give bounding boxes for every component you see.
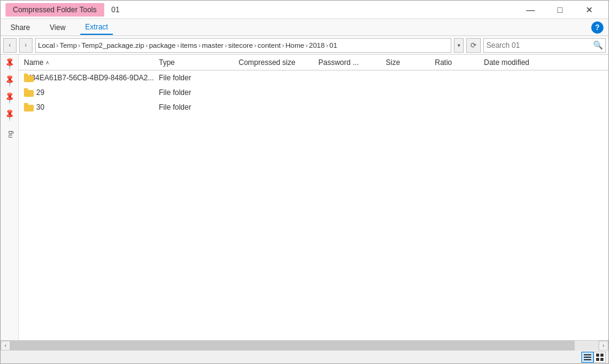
breadcrumb-zip[interactable]: Temp2_package.zip bbox=[82, 42, 144, 49]
breadcrumb-sep-7: › bbox=[282, 42, 285, 49]
breadcrumb-home[interactable]: Home bbox=[285, 42, 304, 49]
breadcrumb-sitecore[interactable]: sitecore bbox=[228, 42, 253, 49]
window-title: 01 bbox=[112, 6, 120, 14]
maximize-button[interactable]: □ bbox=[546, 1, 574, 19]
breadcrumb-sep-1: › bbox=[78, 42, 80, 49]
list-icon bbox=[596, 353, 604, 362]
table-row[interactable]: {34EA61B7-56CB-4BD9-8486-9DA2... File fo… bbox=[19, 70, 608, 85]
breadcrumb-sep-3: › bbox=[177, 42, 179, 49]
folder-icon-0 bbox=[24, 74, 26, 82]
view-list-button[interactable] bbox=[594, 352, 606, 363]
breadcrumb-package[interactable]: package bbox=[149, 42, 175, 49]
breadcrumb-sep-5: › bbox=[224, 42, 227, 49]
table-row[interactable]: 29 File folder bbox=[19, 85, 608, 100]
scroll-left-button[interactable]: ‹ bbox=[1, 341, 10, 351]
refresh-button[interactable]: ⟳ bbox=[466, 38, 481, 53]
col-header-password[interactable]: Password ... bbox=[316, 58, 383, 67]
breadcrumb-sep-8: › bbox=[305, 42, 308, 49]
address-bar: ‹ › Local › Temp › Temp2_package.zip › p… bbox=[1, 36, 608, 55]
column-headers: Name ∧ Type Compressed size Password ...… bbox=[19, 55, 608, 70]
svg-rect-4 bbox=[600, 354, 603, 357]
minimize-button[interactable]: — bbox=[516, 1, 545, 19]
breadcrumb-sep-4: › bbox=[199, 42, 201, 49]
sidebar: 📌 📌 📌 📌 ng bbox=[1, 55, 19, 340]
file-name-2: 30 bbox=[21, 103, 156, 112]
breadcrumb-2018[interactable]: 2018 bbox=[309, 42, 325, 49]
pin-icon-2[interactable]: 📌 bbox=[1, 72, 18, 89]
nav-back-button[interactable]: ‹ bbox=[3, 38, 17, 53]
scrollbar-thumb bbox=[10, 341, 575, 351]
title-bar: Compressed Folder Tools 01 — □ ✕ bbox=[1, 1, 608, 19]
svg-rect-3 bbox=[596, 354, 599, 357]
file-name-0: {34EA61B7-56CB-4BD9-8486-9DA2... bbox=[21, 74, 156, 82]
folder-icon-1 bbox=[24, 88, 34, 97]
breadcrumb-temp[interactable]: Temp bbox=[59, 42, 77, 49]
breadcrumb-sep-6: › bbox=[254, 42, 256, 49]
compressed-folder-tools-tab[interactable]: Compressed Folder Tools bbox=[6, 3, 104, 17]
ribbon: Share View Extract ? bbox=[1, 19, 608, 36]
breadcrumb-sep-0: › bbox=[56, 42, 59, 49]
tab-share[interactable]: Share bbox=[6, 21, 35, 34]
nav-forward-button[interactable]: › bbox=[19, 38, 33, 53]
svg-rect-6 bbox=[600, 358, 603, 361]
svg-rect-5 bbox=[596, 358, 599, 361]
file-name-1: 29 bbox=[21, 88, 156, 97]
svg-rect-2 bbox=[584, 359, 591, 360]
breadcrumb-items[interactable]: items bbox=[180, 42, 197, 49]
breadcrumb-sep-9: › bbox=[326, 42, 328, 49]
table-row[interactable]: 30 File folder bbox=[19, 100, 608, 115]
pin-icon-3[interactable]: 📌 bbox=[1, 89, 18, 107]
pin-icon-1[interactable]: 📌 bbox=[1, 55, 18, 72]
file-list: {34EA61B7-56CB-4BD9-8486-9DA2... File fo… bbox=[19, 70, 608, 340]
sort-arrow-name: ∧ bbox=[45, 59, 50, 66]
sidebar-label: ng bbox=[6, 131, 13, 138]
col-header-compressed[interactable]: Compressed size bbox=[236, 58, 316, 67]
col-header-type[interactable]: Type bbox=[156, 58, 236, 67]
col-header-size[interactable]: Size bbox=[383, 58, 432, 67]
status-bar bbox=[1, 350, 608, 363]
scrollbar-track[interactable] bbox=[10, 341, 599, 351]
breadcrumb[interactable]: Local › Temp › Temp2_package.zip › packa… bbox=[35, 38, 451, 53]
close-button[interactable]: ✕ bbox=[575, 1, 603, 19]
breadcrumb-sep-2: › bbox=[145, 42, 148, 49]
search-button[interactable]: 🔍 bbox=[591, 38, 605, 53]
svg-rect-0 bbox=[584, 354, 591, 355]
tab-view[interactable]: View bbox=[45, 21, 71, 34]
col-header-date[interactable]: Date modified bbox=[481, 58, 606, 67]
window-controls: — □ ✕ bbox=[516, 1, 603, 19]
scroll-right-button[interactable]: › bbox=[599, 341, 608, 351]
search-input[interactable] bbox=[484, 41, 591, 50]
col-header-ratio[interactable]: Ratio bbox=[432, 58, 481, 67]
file-area: Name ∧ Type Compressed size Password ...… bbox=[19, 55, 608, 340]
help-button[interactable]: ? bbox=[591, 21, 603, 34]
search-box: 🔍 bbox=[483, 38, 606, 53]
breadcrumb-local[interactable]: Local bbox=[38, 42, 55, 49]
col-header-name[interactable]: Name ∧ bbox=[21, 58, 156, 67]
breadcrumb-master[interactable]: master bbox=[202, 42, 223, 49]
file-type-1: File folder bbox=[156, 88, 236, 97]
details-icon bbox=[583, 353, 592, 362]
content-area: 📌 📌 📌 📌 ng Name ∧ Type Compressed size P… bbox=[1, 55, 608, 340]
breadcrumb-content[interactable]: content bbox=[258, 42, 281, 49]
folder-icon-2 bbox=[24, 103, 34, 112]
tab-extract[interactable]: Extract bbox=[80, 20, 113, 35]
file-type-0: File folder bbox=[156, 74, 236, 82]
pin-icon-4[interactable]: 📌 bbox=[1, 106, 18, 124]
horizontal-scrollbar: ‹ › bbox=[1, 340, 608, 350]
breadcrumb-dropdown-button[interactable]: ▾ bbox=[454, 38, 464, 53]
svg-rect-1 bbox=[584, 357, 591, 358]
breadcrumb-01[interactable]: 01 bbox=[329, 42, 337, 49]
file-type-2: File folder bbox=[156, 103, 236, 112]
view-details-button[interactable] bbox=[581, 352, 594, 363]
